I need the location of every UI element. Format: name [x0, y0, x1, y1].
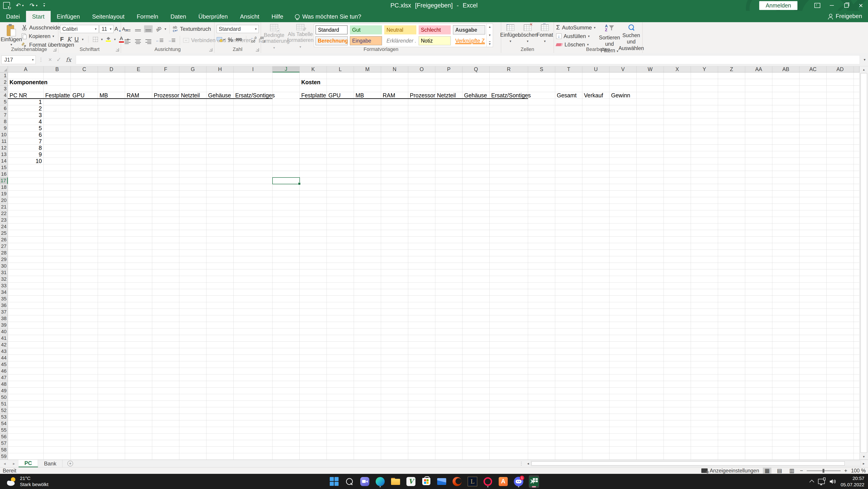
col-header-AD[interactable]: AD	[827, 66, 854, 73]
ribbon-tab-hilfe[interactable]: Hilfe	[265, 11, 289, 22]
clock[interactable]: 20:57 05.07.2022	[841, 475, 864, 488]
zoom-slider-thumb[interactable]	[823, 469, 824, 473]
horizontal-scroll-thumb[interactable]	[531, 461, 845, 465]
taskbar-app-search-icon[interactable]	[344, 475, 354, 488]
page-layout-view-icon[interactable]: ▤	[775, 468, 784, 473]
taskbar-app-store-icon[interactable]	[421, 475, 432, 488]
insert-cells-button[interactable]: Einfügen▾	[502, 24, 519, 43]
ribbon-tab-start[interactable]: Start	[26, 11, 51, 22]
sheet-nav-left-icon[interactable]: ◂	[0, 460, 9, 467]
col-header-K[interactable]: K	[300, 66, 327, 73]
row-header-2[interactable]: 2	[0, 79, 8, 86]
row-header-59[interactable]: 59	[0, 453, 8, 460]
increase-decimal-icon[interactable]: ←,0,00	[251, 36, 256, 43]
col-header-E[interactable]: E	[125, 66, 152, 73]
cell-O4[interactable]: Prozessor	[408, 92, 435, 99]
row-header-45[interactable]: 45	[0, 361, 8, 368]
row-header-42[interactable]: 42	[0, 342, 8, 348]
cell-A14[interactable]: 10	[8, 158, 44, 164]
style-chip[interactable]: Erklärender ...	[384, 36, 416, 45]
style-chip[interactable]: Berechnung	[315, 36, 348, 45]
style-chip[interactable]: Verknüpfte Z...	[453, 36, 485, 45]
col-header-A[interactable]: A	[8, 66, 44, 73]
find-select-button[interactable]: Suchen undAuswählen ▾	[621, 24, 642, 58]
format-cells-button[interactable]: Format▾	[536, 24, 553, 43]
col-header-L[interactable]: L	[327, 66, 354, 73]
taskbar-app-excel-icon[interactable]: X	[529, 475, 539, 488]
col-header-O[interactable]: O	[408, 66, 435, 73]
horizontal-scrollbar[interactable]: ⋮ ◂ ▸	[519, 460, 866, 467]
delete-cells-button[interactable]: Löschen▾	[519, 24, 536, 43]
formula-bar-expand-icon[interactable]: ▾	[861, 58, 868, 62]
row-header-10[interactable]: 10	[0, 132, 8, 138]
row-header-15[interactable]: 15	[0, 164, 8, 171]
col-header-F[interactable]: F	[152, 66, 179, 73]
row-header-7[interactable]: 7	[0, 112, 8, 118]
row-header-16[interactable]: 16	[0, 171, 8, 177]
cell-A8[interactable]: 4	[8, 118, 44, 125]
row-header-26[interactable]: 26	[0, 237, 8, 243]
vertical-scroll-thumb[interactable]	[861, 73, 867, 453]
cell-K4[interactable]: Festplatte	[300, 92, 326, 99]
row-header-18[interactable]: 18	[0, 184, 8, 191]
share-button[interactable]: Freigeben	[828, 13, 862, 20]
decrease-indent-icon[interactable]: ←	[154, 37, 165, 44]
cell-A10[interactable]: 6	[8, 132, 44, 138]
style-chip[interactable]: Notiz	[418, 36, 451, 45]
cell-B4[interactable]: Festplatte	[44, 92, 70, 99]
orientation-icon[interactable]: ab	[154, 25, 163, 33]
cell-A13[interactable]: 9	[8, 151, 44, 158]
align-middle-icon[interactable]	[134, 25, 142, 33]
formula-input[interactable]	[76, 55, 860, 64]
row-header-58[interactable]: 58	[0, 447, 8, 453]
paste-button[interactable]: Einfügen ▾	[2, 24, 20, 49]
tray-expand-icon[interactable]	[809, 480, 814, 484]
col-header-H[interactable]: H	[207, 66, 234, 73]
style-chip[interactable]: Gut	[350, 25, 382, 34]
row-header-54[interactable]: 54	[0, 421, 8, 427]
ribbon-tab-daten[interactable]: Daten	[164, 11, 192, 22]
align-right-icon[interactable]	[144, 35, 153, 45]
align-bottom-icon[interactable]	[144, 25, 153, 33]
row-header-25[interactable]: 25	[0, 230, 8, 237]
col-header-AC[interactable]: AC	[800, 66, 827, 73]
row-header-6[interactable]: 6	[0, 105, 8, 112]
row-header-33[interactable]: 33	[0, 283, 8, 289]
scroll-up-icon[interactable]: ▴	[860, 66, 868, 73]
row-header-9[interactable]: 9	[0, 125, 8, 132]
zoom-slider[interactable]	[807, 470, 841, 471]
col-header-V[interactable]: V	[610, 66, 637, 73]
save-icon[interactable]	[3, 2, 10, 9]
autosum-button[interactable]: ΣAutoSumme▾	[556, 24, 595, 31]
align-left-icon[interactable]	[123, 35, 132, 45]
normal-view-icon[interactable]: ▦	[763, 468, 772, 473]
scroll-down-icon[interactable]: ▾	[860, 454, 868, 460]
style-chip[interactable]: Ausgabe	[453, 25, 485, 34]
row-header-8[interactable]: 8	[0, 118, 8, 125]
style-chip[interactable]: Schlecht	[418, 25, 451, 34]
underline-button[interactable]: U	[74, 36, 79, 43]
taskbar-app-explorer-icon[interactable]	[390, 475, 401, 488]
taskbar-app-gta-v-icon[interactable]: V	[406, 475, 416, 488]
taskbar-app-mail-icon[interactable]	[436, 475, 447, 488]
cell-F4[interactable]: Prozessor	[152, 92, 179, 99]
col-header-W[interactable]: W	[637, 66, 664, 73]
col-header-R[interactable]: R	[490, 66, 528, 73]
taskbar-app-edge-icon[interactable]	[375, 475, 385, 488]
tell-me-box[interactable]: Was möchten Sie tun?	[289, 11, 367, 22]
style-chip[interactable]: Neutral	[384, 25, 416, 34]
cell-K2[interactable]: Kosten	[300, 79, 320, 86]
scroll-right-icon[interactable]: ▸	[861, 461, 866, 466]
cell-R4[interactable]: Ersatz/Sontiges	[490, 92, 531, 99]
percent-icon[interactable]: %	[228, 36, 233, 43]
italic-button[interactable]: K	[67, 36, 71, 43]
row-header-53[interactable]: 53	[0, 414, 8, 421]
row-header-46[interactable]: 46	[0, 368, 8, 374]
increase-indent-icon[interactable]: →	[166, 37, 177, 44]
row-header-31[interactable]: 31	[0, 269, 8, 276]
cell-A12[interactable]: 8	[8, 145, 44, 151]
cell-L4[interactable]: GPU	[327, 92, 341, 99]
row-header-39[interactable]: 39	[0, 322, 8, 328]
cell-Q4[interactable]: Gehäuse	[463, 92, 487, 99]
row-header-36[interactable]: 36	[0, 302, 8, 309]
